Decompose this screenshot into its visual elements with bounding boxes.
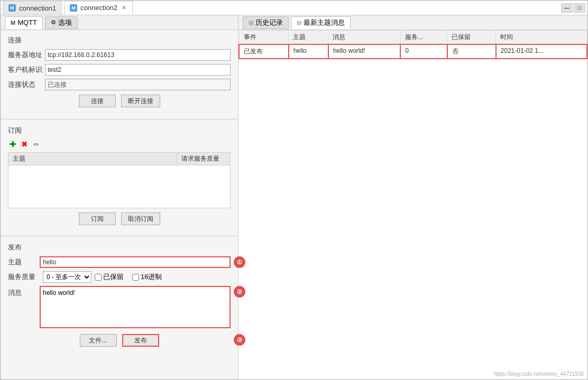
connection-buttons: 连接 断开连接 [8, 95, 231, 107]
message-table-head: 事件 主题 消息 服务... 已保留 时间 [239, 31, 587, 45]
cell-time: 2021-01-02 1... [496, 44, 587, 59]
minimize-button[interactable]: — [561, 3, 573, 13]
server-input[interactable] [45, 49, 231, 61]
file-button[interactable]: 文件... [80, 334, 117, 347]
publish-badge: ③ [234, 334, 245, 346]
subscription-buttons: 订阅 取消订阅 [8, 212, 231, 225]
tab-connection2-label: connection2 [80, 4, 117, 12]
tab-options[interactable]: ⚙ 选项 [45, 16, 78, 29]
main-window: M connection1 M connection2 ✕ — □ M MQTT… [0, 0, 588, 380]
pub-topic-label: 主题 [8, 257, 40, 267]
server-label: 服务器地址 [8, 50, 45, 60]
main-content: M MQTT ⚙ 选项 连接 服务器地址 客户机标识 [1, 15, 587, 379]
tab-options-label: 选项 [58, 18, 72, 27]
edit-subscription-button[interactable]: ✏ [31, 140, 41, 149]
subscription-toolbar: ✚ ✖ ✏ [8, 140, 231, 149]
publish-topic-row: 主题 ① [8, 256, 231, 268]
cell-event: 已发布 [239, 44, 289, 59]
retained-label: 已保留 [103, 272, 124, 282]
message-table: 事件 主题 消息 服务... 已保留 时间 已发布 hello hello wo [238, 30, 587, 59]
watermark: https://blog.csdn.net/weixin_44721936 [494, 371, 584, 377]
connection-title: 连接 [8, 35, 231, 45]
tab-latest[interactable]: ▤ 最新主题消息 [291, 16, 351, 29]
right-tabs: ▤ 历史记录 ▤ 最新主题消息 [238, 15, 587, 30]
cell-qos: 0 [400, 44, 447, 59]
client-input[interactable] [45, 64, 231, 76]
history-tab-icon: ▤ [249, 20, 253, 25]
connection-section: 连接 服务器地址 客户机标识 连接状态 连接 断开连接 [1, 30, 238, 117]
publish-button[interactable]: 发布 [122, 334, 159, 347]
tab-mqtt[interactable]: M MQTT [5, 16, 43, 29]
tab-close-icon[interactable]: ✕ [121, 5, 127, 11]
tab-history[interactable]: ▤ 历史记录 [243, 16, 289, 29]
tab-connection2[interactable]: M connection2 ✕ [64, 1, 133, 15]
message-textarea[interactable]: hello world! [40, 286, 231, 328]
subscription-table-body [8, 165, 230, 208]
server-row: 服务器地址 [8, 49, 231, 61]
cell-retained: 否 [447, 44, 496, 59]
connect-button[interactable]: 连接 [79, 95, 116, 107]
tab-latest-label: 最新主题消息 [304, 18, 345, 27]
status-row: 连接状态 [8, 79, 231, 90]
client-label: 客户机标识 [8, 65, 45, 75]
retained-checkbox[interactable] [95, 274, 102, 281]
col-retained: 已保留 [447, 31, 496, 45]
connection2-icon: M [70, 4, 77, 12]
options-tab-icon: ⚙ [51, 19, 56, 26]
retained-checkbox-group[interactable]: 已保留 [95, 272, 124, 282]
title-bar: M connection1 M connection2 ✕ — □ [1, 1, 587, 15]
latest-tab-icon: ▤ [297, 20, 301, 25]
col-event: 事件 [239, 31, 289, 45]
delete-subscription-button[interactable]: ✖ [20, 140, 29, 149]
hex-label: 16进制 [141, 272, 162, 282]
tab-connection1[interactable]: M connection1 [3, 1, 62, 15]
subscribe-button[interactable]: 订阅 [79, 212, 116, 225]
message-textarea-wrap: hello world! [40, 286, 231, 330]
connection1-icon: M [8, 4, 16, 12]
client-row: 客户机标识 [8, 64, 231, 76]
cell-message: hello world! [328, 44, 400, 59]
unsubscribe-button[interactable]: 取消订阅 [121, 212, 160, 225]
message-table-body: 已发布 hello hello world! 0 否 2021-01-02 1.… [239, 44, 587, 59]
publish-topic-input[interactable] [40, 256, 231, 268]
col-topic: 主题 [289, 31, 328, 45]
pub-qos-label: 服务质量 [8, 272, 40, 282]
add-subscription-button[interactable]: ✚ [8, 140, 17, 149]
status-label: 连接状态 [8, 80, 45, 89]
col-qos: 请求服务质量 [177, 153, 230, 165]
subscription-section: 订阅 ✚ ✖ ✏ 主题 请求服务质量 订阅 取消订阅 [1, 122, 238, 234]
tab-mqtt-label: MQTT [17, 18, 37, 26]
publish-qos-row: 服务质量 0 - 至多一次 1 - 至少一次 2 - 恰好一次 已保留 16进制 [8, 271, 231, 283]
publish-section: 发布 主题 ① 服务质量 0 - 至多一次 1 - 至少一次 2 - 恰好一次 [1, 238, 238, 379]
hex-checkbox-group[interactable]: 16进制 [132, 272, 162, 282]
message-table-header-row: 事件 主题 消息 服务... 已保留 时间 [239, 31, 587, 45]
cell-topic: hello [289, 44, 328, 59]
message-badge: ② [234, 286, 245, 298]
subscription-table: 主题 请求服务质量 [8, 152, 231, 208]
maximize-button[interactable]: □ [574, 3, 585, 13]
col-topic: 主题 [8, 153, 177, 165]
qos-select[interactable]: 0 - 至多一次 1 - 至少一次 2 - 恰好一次 [43, 271, 91, 283]
right-panel: ▤ 历史记录 ▤ 最新主题消息 事件 主题 消息 服务... [238, 15, 587, 379]
status-input [45, 79, 231, 90]
table-row[interactable]: 已发布 hello hello world! 0 否 2021-01-02 1.… [239, 44, 587, 59]
tab-connection1-label: connection1 [19, 4, 56, 12]
topic-badge: ① [234, 256, 245, 268]
publish-message-row: 消息 hello world! ② [8, 286, 231, 330]
sub-tabs: M MQTT ⚙ 选项 [1, 15, 238, 30]
pub-message-label: 消息 [8, 286, 40, 298]
message-table-container: 事件 主题 消息 服务... 已保留 时间 已发布 hello hello wo [238, 30, 587, 379]
publish-title: 发布 [8, 243, 231, 252]
window-controls: — □ [561, 3, 585, 13]
col-qos: 服务... [400, 31, 447, 45]
left-panel: M MQTT ⚙ 选项 连接 服务器地址 客户机标识 [1, 15, 238, 379]
publish-bottom-row: 文件... 发布 ③ [8, 334, 231, 347]
mqtt-tab-icon: M [11, 20, 15, 26]
hex-checkbox[interactable] [132, 274, 139, 281]
col-time: 时间 [496, 31, 587, 45]
col-message: 消息 [328, 31, 400, 45]
subscription-table-header: 主题 请求服务质量 [8, 153, 230, 165]
subscription-title: 订阅 [8, 126, 231, 135]
disconnect-button[interactable]: 断开连接 [121, 95, 160, 107]
tab-history-label: 历史记录 [255, 18, 283, 27]
